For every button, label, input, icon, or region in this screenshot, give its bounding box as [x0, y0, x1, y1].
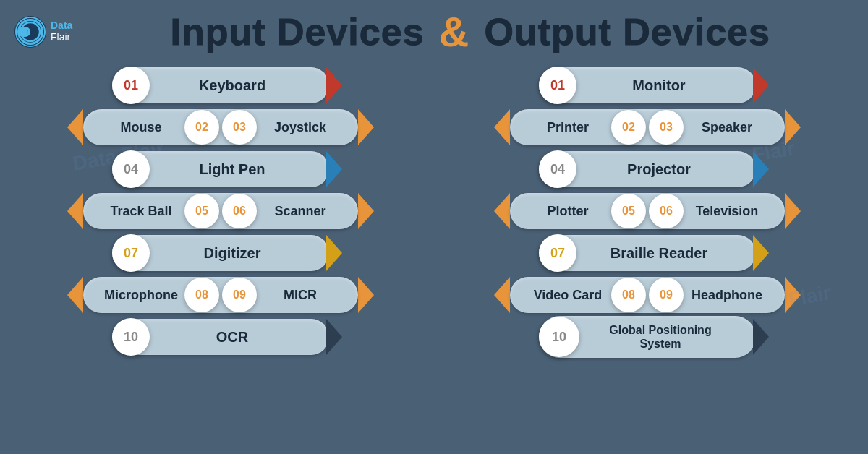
left-arrow-plotter [494, 193, 510, 229]
input-row-7: 10 OCR [14, 318, 427, 356]
num-03-input: 03 [222, 110, 257, 145]
right-arrow-scanner [358, 193, 374, 229]
svg-point-3 [22, 29, 28, 35]
printer-speaker-pill: Printer 02 03 Speaker [510, 109, 785, 145]
projector-pill: 04 Projector [539, 151, 756, 187]
videocard-label: Video Card [510, 288, 611, 303]
speaker-label: Speaker [684, 120, 785, 135]
main-title: Input Devices & Output Devices [87, 7, 854, 56]
input-row-4: Track Ball 05 06 Scanner [14, 192, 427, 230]
num-06-output: 06 [649, 194, 684, 228]
trackball-label: Track Ball [83, 204, 184, 219]
logo-flair: Flair [51, 32, 72, 43]
logo-data: Data [51, 20, 72, 31]
num-09-input: 09 [222, 278, 257, 312]
ocr-label: OCR [150, 329, 329, 346]
joystick-label: Joystick [257, 120, 358, 135]
right-arrow-headphone [785, 277, 801, 313]
num-09-output: 09 [649, 278, 684, 312]
projector-label: Projector [576, 161, 756, 178]
videocard-headphone-pill: Video Card 08 09 Headphone [510, 277, 785, 313]
num-06-input: 06 [222, 194, 257, 228]
num-08-output: 08 [611, 278, 646, 312]
gps-pill: 10 Global PositioningSystem [539, 316, 756, 358]
num-08-input: 08 [184, 278, 219, 312]
input-row-2: Mouse 02 03 Joystick [14, 108, 427, 146]
output-row-3: 04 Projector [441, 150, 854, 188]
left-arrow-microphone [67, 277, 83, 313]
trackball-scanner-pill: Track Ball 05 06 Scanner [83, 193, 358, 229]
microphone-label: Microphone [83, 288, 184, 303]
ampersand: & [439, 7, 470, 56]
scanner-label: Scanner [257, 204, 358, 219]
monitor-label: Monitor [576, 77, 756, 94]
keyboard-pill: 01 Keyboard [112, 67, 329, 103]
mouse-joystick-pill: Mouse 02 03 Joystick [83, 109, 358, 145]
braille-pill: 07 Braille Reader [539, 235, 756, 271]
input-row-5: 07 Digitizer [14, 234, 427, 272]
num-04-output: 04 [539, 150, 576, 188]
digitizer-pill: 07 Digitizer [112, 235, 329, 271]
svg-point-2 [20, 27, 30, 37]
num-05-input: 05 [184, 194, 219, 228]
logo: Data Flair [14, 16, 72, 48]
page-title-container: Input Devices & Output Devices [87, 7, 854, 56]
num-03-output: 03 [649, 110, 684, 145]
left-arrow-trackball [67, 193, 83, 229]
left-arrow-printer [494, 109, 510, 145]
output-row-4: Plotter 05 06 Television [441, 192, 854, 230]
mouse-label: Mouse [83, 120, 184, 135]
main-content: 01 Keyboard Mouse 02 03 Joystick 04 Ligh [0, 67, 868, 356]
input-row-6: Microphone 08 09 MICR [14, 276, 427, 314]
output-row-6: Video Card 08 09 Headphone [441, 276, 854, 314]
gps-label: Global PositioningSystem [579, 323, 756, 351]
num-10-output: 10 [539, 317, 579, 357]
output-row-7: 10 Global PositioningSystem [441, 318, 854, 356]
monitor-pill: 01 Monitor [539, 67, 756, 103]
num-07-output: 07 [539, 234, 576, 272]
header: Data Flair Input Devices & Output Device… [0, 0, 868, 63]
output-devices-column: 01 Monitor Printer 02 03 Speaker 04 Proj [441, 67, 854, 356]
microphone-micr-pill: Microphone 08 09 MICR [83, 277, 358, 313]
num-02-output: 02 [611, 110, 646, 145]
lightpen-label: Light Pen [150, 161, 329, 178]
right-arrow-micr [358, 277, 374, 313]
num-01-input: 01 [112, 67, 150, 104]
num-07-input: 07 [112, 234, 150, 272]
lightpen-pill: 04 Light Pen [112, 151, 329, 187]
plotter-label: Plotter [510, 204, 611, 219]
input-row-1: 01 Keyboard [14, 67, 427, 104]
left-arrow-videocard [494, 277, 510, 313]
logo-text: Data Flair [51, 20, 72, 43]
input-devices-title: Input Devices [170, 10, 424, 53]
num-01-output: 01 [539, 67, 576, 104]
micr-label: MICR [257, 288, 358, 303]
output-devices-title: Output Devices [484, 10, 770, 53]
right-arrow-joystick [358, 109, 374, 145]
num-05-output: 05 [611, 194, 646, 228]
svg-point-0 [16, 17, 45, 46]
num-04-input: 04 [112, 150, 150, 188]
right-arrow-speaker [785, 109, 801, 145]
right-arrow-television [785, 193, 801, 229]
svg-point-1 [21, 22, 40, 41]
keyboard-label: Keyboard [150, 77, 329, 94]
ocr-pill: 10 OCR [112, 319, 329, 355]
left-arrow-mouse [67, 109, 83, 145]
num-02-input: 02 [184, 110, 219, 145]
num-10-input: 10 [112, 318, 150, 356]
printer-label: Printer [510, 120, 611, 135]
plotter-television-pill: Plotter 05 06 Television [510, 193, 785, 229]
television-label: Television [684, 204, 785, 219]
output-row-5: 07 Braille Reader [441, 234, 854, 272]
output-row-1: 01 Monitor [441, 67, 854, 104]
output-row-2: Printer 02 03 Speaker [441, 108, 854, 146]
logo-icon [14, 16, 46, 48]
braille-label: Braille Reader [576, 245, 756, 262]
digitizer-label: Digitizer [150, 245, 329, 262]
headphone-label: Headphone [684, 288, 785, 303]
input-row-3: 04 Light Pen [14, 150, 427, 188]
input-devices-column: 01 Keyboard Mouse 02 03 Joystick 04 Ligh [14, 67, 427, 356]
